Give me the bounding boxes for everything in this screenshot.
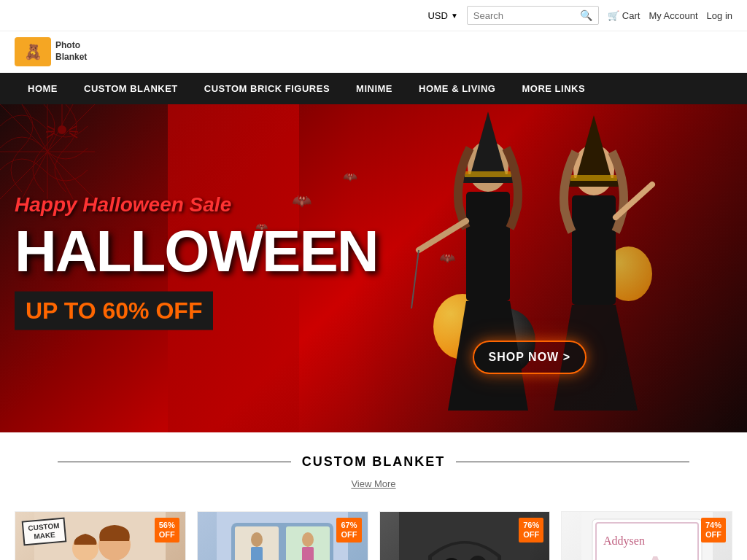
svg-line-11 <box>69 131 78 132</box>
nav-item-minime[interactable]: MINIME <box>343 73 406 104</box>
nav-item-home-living[interactable]: HOME & LIVING <box>406 73 508 104</box>
svg-marker-20 <box>576 115 612 181</box>
svg-line-8 <box>46 131 55 132</box>
svg-text:A: A <box>640 546 671 560</box>
product-card-3[interactable]: 76% OFF <box>379 511 551 560</box>
section-line-right <box>456 462 689 462</box>
svg-point-6 <box>58 125 66 134</box>
people-svg <box>346 104 747 432</box>
svg-rect-18 <box>466 192 510 301</box>
svg-text:Addysen: Addysen <box>603 534 645 548</box>
logo[interactable]: 🧸 Photo Blanket <box>15 37 87 66</box>
svg-rect-22 <box>570 175 617 181</box>
view-more-link[interactable]: View More <box>351 478 395 489</box>
currency-label: USD <box>427 10 447 21</box>
nav-link-more-links[interactable]: MORE LINKS <box>508 73 598 104</box>
shop-now-label: SHOP NOW > <box>489 351 570 364</box>
top-bar: USD ▼ 🔍 🛒 Cart My Account Log in <box>0 0 747 31</box>
search-button[interactable]: 🔍 <box>580 9 592 21</box>
nav-link-custom-blanket[interactable]: CUSTOM BLANKET <box>71 73 191 104</box>
product-illustration-3 <box>399 512 530 560</box>
svg-line-12 <box>69 133 77 138</box>
chevron-down-icon: ▼ <box>451 12 458 20</box>
account-label: My Account <box>649 10 697 21</box>
hero-text-block: Happy Halloween Sale HALLoween UP TO 60%… <box>15 193 378 330</box>
product-illustration-4: Addysen A Ainslee <box>581 512 713 560</box>
nav-link-minime[interactable]: MINIME <box>343 73 406 104</box>
nav-item-home[interactable]: HOME <box>15 73 71 104</box>
account-button[interactable]: My Account <box>649 10 697 21</box>
discount-badge-3: 76% OFF <box>519 518 543 542</box>
spider-web-decoration <box>0 104 95 199</box>
section-header: CUSTOM BLANKET <box>15 454 732 470</box>
nav-item-custom-blanket[interactable]: CUSTOM BLANKET <box>71 73 191 104</box>
logo-image: 🧸 <box>15 37 51 66</box>
svg-line-7 <box>47 126 55 130</box>
custom-blanket-section: CUSTOM BLANKET View More <box>0 432 747 511</box>
product-illustration-2 <box>217 512 348 560</box>
cart-icon: 🛒 <box>608 10 619 21</box>
products-grid: CUSTOM MAKE 56% OFF <box>0 511 747 560</box>
nav-link-custom-brick[interactable]: CUSTOM BRICK FIGURES <box>191 73 343 104</box>
section-line-left <box>58 462 291 462</box>
main-nav: HOME CUSTOM BLANKET CUSTOM BRICK FIGURES… <box>0 73 747 104</box>
section-title: CUSTOM BLANKET <box>302 454 446 470</box>
nav-link-home[interactable]: HOME <box>15 73 71 104</box>
login-label: Log in <box>707 10 732 21</box>
hero-subtitle: Happy Halloween Sale <box>15 193 378 217</box>
svg-line-25 <box>411 250 419 308</box>
svg-point-39 <box>251 532 263 547</box>
hero-banner: 🦇 🦇 🦇 🦇 Happy Halloween Sale HALLoween U… <box>0 104 747 432</box>
shop-now-button[interactable]: SHOP NOW > <box>473 341 587 374</box>
search-input[interactable] <box>473 10 576 21</box>
svg-line-10 <box>69 126 77 130</box>
nav-item-more-links[interactable]: MORE LINKS <box>508 73 598 104</box>
logo-text: Photo Blanket <box>55 40 87 63</box>
product-card-1[interactable]: CUSTOM MAKE 56% OFF <box>15 511 186 560</box>
discount-badge-1: 56% OFF <box>155 518 179 542</box>
header: 🧸 Photo Blanket <box>0 31 747 73</box>
product-card-4[interactable]: Addysen A Ainslee 74% OFF <box>561 511 732 560</box>
nav-item-custom-brick[interactable]: CUSTOM BRICK FIGURES <box>191 73 343 104</box>
search-icon: 🔍 <box>580 9 592 21</box>
svg-rect-17 <box>465 171 511 177</box>
hero-title: HALLoween <box>15 222 378 281</box>
svg-line-24 <box>419 221 466 250</box>
svg-line-9 <box>47 133 55 138</box>
hero-discount-text: UP TO 60% OFF <box>15 292 213 330</box>
login-button[interactable]: Log in <box>707 10 732 21</box>
svg-rect-23 <box>572 195 616 305</box>
nav-link-home-living[interactable]: HOME & LIVING <box>406 73 508 104</box>
svg-rect-40 <box>251 547 263 560</box>
hero-people-image <box>346 104 747 432</box>
discount-badge-2: 67% OFF <box>336 518 361 542</box>
product-card-2[interactable]: 67% OFF <box>197 511 368 560</box>
search-box: 🔍 <box>467 6 599 25</box>
discount-badge-4: 74% OFF <box>701 518 726 542</box>
svg-point-41 <box>302 532 314 547</box>
cart-button[interactable]: 🛒 Cart <box>608 10 640 21</box>
custom-label-1: CUSTOM MAKE <box>22 517 67 545</box>
svg-rect-42 <box>302 547 314 560</box>
svg-marker-15 <box>470 112 506 177</box>
currency-selector[interactable]: USD ▼ <box>427 10 457 21</box>
